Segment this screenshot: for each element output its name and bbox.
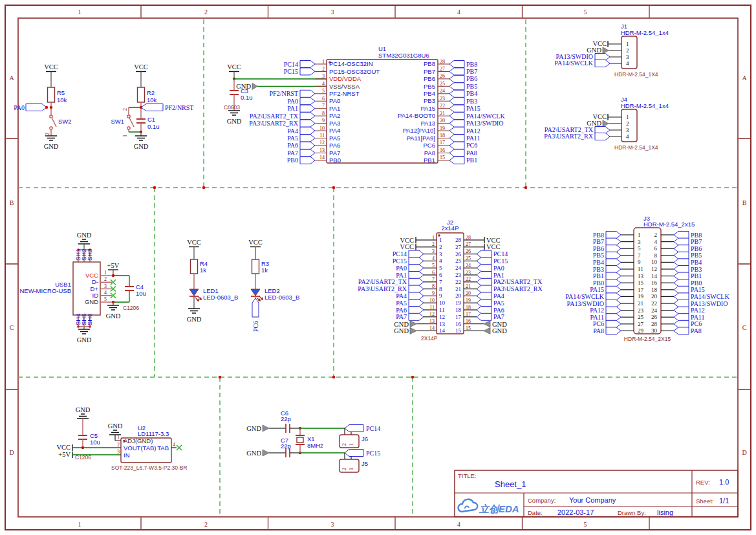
net-flag-pa0[interactable]: [26, 104, 47, 111]
gnd-label[interactable]: GND: [106, 312, 121, 320]
u1-pin-row[interactable]: 26 PB6 PB6: [424, 73, 477, 82]
net-label[interactable]: PA4: [287, 127, 298, 135]
net-label[interactable]: PB3: [466, 98, 477, 105]
net-flag-left[interactable]: [606, 266, 621, 273]
u1-pin-row[interactable]: 12 PA6 PA6: [287, 140, 340, 149]
net-label[interactable]: PA2\USART2_TX: [493, 278, 543, 285]
u1-pin-row[interactable]: 14 PB0 PB0: [287, 155, 341, 164]
net-label-left[interactable]: PB1: [593, 272, 604, 279]
net-label[interactable]: PA3\USART2_RX: [249, 120, 298, 127]
j2-pin-row[interactable]: VCC 1 1: [400, 235, 442, 244]
net-flag[interactable]: [477, 265, 491, 272]
net-label[interactable]: PB1: [466, 157, 477, 164]
j2-pin-row[interactable]: PA3\USART2_RX 8 8: [358, 283, 442, 292]
capacitor-c7[interactable]: C7 22p: [281, 437, 291, 457]
u1-pin-row[interactable]: 22 PA15 PA15: [420, 103, 480, 112]
net-label[interactable]: PA3\USART2_RX: [358, 285, 407, 292]
net-label[interactable]: PC14: [366, 425, 380, 432]
capacitor-value[interactable]: 0.1u: [241, 94, 253, 101]
net-label-right[interactable]: PB5: [691, 252, 702, 259]
net-flag[interactable]: [300, 105, 315, 112]
net-flag[interactable]: [300, 135, 315, 142]
resistor-r2-body[interactable]: [138, 87, 145, 102]
capacitor-ref[interactable]: C1: [147, 116, 155, 123]
net-label-right[interactable]: PA14/SWCLK: [691, 293, 729, 300]
net-flag-left[interactable]: [606, 272, 621, 279]
net-label-left[interactable]: PA14/SWCLK: [565, 293, 604, 300]
u1-pin-row[interactable]: 21 PA14-BOOT0 PA14/SWCLK: [398, 111, 505, 120]
ldo-u2-circuit[interactable]: GND C5 10u VCC +5V C1206 GND U2 LD1117-3…: [56, 406, 187, 471]
header-j2[interactable]: J2 2x14P VCC 1 1 VCC 2 2 PC1: [358, 219, 543, 342]
net-label[interactable]: PA4: [396, 292, 407, 300]
net-label[interactable]: PA5: [396, 300, 407, 307]
net-flag-right[interactable]: [674, 293, 689, 300]
u1-pin-row[interactable]: 27 PB7 PB7: [424, 66, 477, 75]
sw2-circuit[interactable]: VCC R5 10k PA0 SW2 2 GND: [14, 63, 71, 150]
net-flag[interactable]: [300, 113, 315, 120]
net-flag[interactable]: [449, 149, 464, 157]
net-label-right[interactable]: PB6: [691, 245, 702, 252]
vcc-label[interactable]: VCC: [486, 243, 501, 250]
crystal-circuit[interactable]: GND C6 22p GND C7 22p X1 8MHz PC14: [246, 409, 380, 472]
net-label[interactable]: PB0: [287, 157, 298, 164]
net-label[interactable]: PA0: [396, 265, 407, 272]
j2-pin-row[interactable]: PC14 3 3: [393, 248, 442, 257]
net-flag-pc6[interactable]: [252, 298, 259, 317]
footprint-label[interactable]: HDR-M-2.54_2X15: [624, 336, 671, 342]
net-flag-left[interactable]: [606, 307, 621, 314]
net-label-right[interactable]: PB7: [691, 238, 702, 245]
switch-sw2[interactable]: [50, 115, 56, 129]
net-flag[interactable]: [300, 120, 315, 127]
date-value[interactable]: 2022-03-17: [557, 508, 594, 516]
net-flag[interactable]: [409, 250, 424, 257]
j2-pin-row[interactable]: VCC 2 2: [400, 241, 442, 250]
j2-left-net-pins[interactable]: PC14 3 3 PC15 4 4 PA0 5 5 PA1 6 6: [358, 248, 445, 320]
jumper-ref[interactable]: J5: [362, 460, 368, 467]
capacitor-value[interactable]: 10u: [90, 439, 100, 446]
led1-symbol[interactable]: [189, 289, 202, 301]
net-flag-right[interactable]: [674, 307, 689, 314]
net-label-left[interactable]: PB5: [593, 252, 604, 259]
net-label-right[interactable]: PA12: [691, 307, 705, 314]
net-label-right[interactable]: PA11: [691, 314, 705, 321]
net-label[interactable]: PC15: [393, 257, 407, 265]
net-flag-left[interactable]: [606, 327, 621, 334]
net-flag[interactable]: [409, 278, 424, 285]
vcc-power-label[interactable]: VCC: [187, 239, 201, 246]
resistor-value[interactable]: 1k: [200, 267, 206, 274]
net-flag-right[interactable]: [674, 286, 689, 293]
net-label[interactable]: PA8: [466, 149, 477, 157]
vcc-label[interactable]: VCC: [400, 243, 414, 250]
net-flag[interactable]: [300, 98, 315, 105]
net-label-left[interactable]: PB3: [593, 266, 604, 273]
net-flag[interactable]: [409, 257, 424, 265]
pin-wires[interactable]: [608, 44, 621, 63]
net-label[interactable]: PF2/NRST: [165, 104, 193, 111]
u1-pin-row[interactable]: 10 PA4 PA4: [287, 126, 340, 135]
component-value[interactable]: NEW-MICRO-USB: [19, 287, 71, 294]
led-value[interactable]: LED-0603_B: [265, 294, 299, 301]
net-label-left[interactable]: PC6: [593, 320, 604, 327]
net-label-left[interactable]: PA13/SWDIO: [567, 300, 604, 307]
net-flag[interactable]: [449, 142, 464, 149]
switch-sw1[interactable]: [127, 115, 134, 129]
net-flag[interactable]: [300, 127, 315, 135]
sheet-value[interactable]: 1/1: [719, 497, 729, 505]
header-j3[interactable]: J3 HDR-M-2.54_2x15 1 2 PB8 PB8 3 4 PB7: [565, 215, 729, 342]
net-label[interactable]: PA4: [493, 292, 504, 300]
net-flag[interactable]: [449, 83, 464, 90]
gnd-label[interactable]: GND: [44, 143, 59, 150]
net-label-right[interactable]: PB4: [691, 259, 702, 266]
footprint-label[interactable]: HDR-M-2.54_1X4: [614, 144, 658, 151]
capacitor-value[interactable]: 22p: [281, 415, 291, 422]
net-label[interactable]: PC14: [493, 250, 508, 257]
net-flag[interactable]: [449, 61, 464, 68]
net-flag[interactable]: [595, 60, 610, 67]
net-label[interactable]: PA14/SWCLK: [466, 113, 505, 120]
net-flag[interactable]: [477, 313, 491, 320]
net-label[interactable]: PA1: [396, 272, 407, 279]
net-flag[interactable]: [477, 300, 491, 307]
net-flag[interactable]: [449, 113, 464, 120]
footprint-label[interactable]: SOT-223_L6.7-W3.5-P2.30-BR: [111, 464, 188, 471]
net-label[interactable]: PC6: [252, 321, 259, 332]
